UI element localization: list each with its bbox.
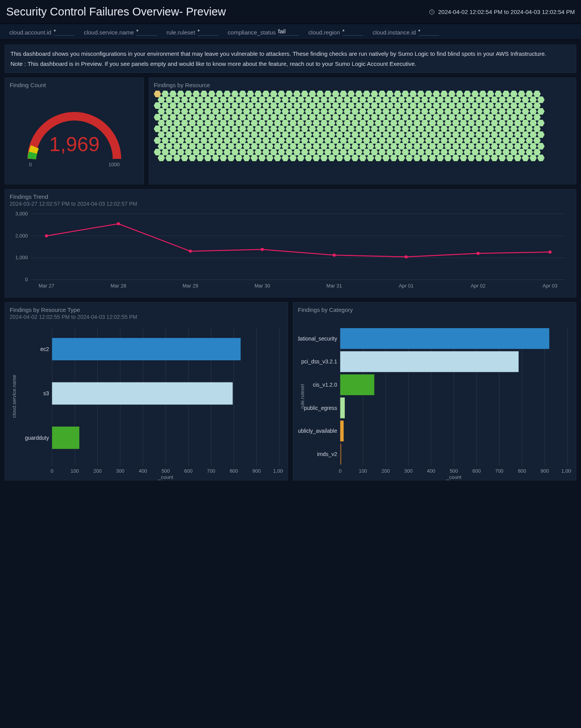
honeycomb-cell[interactable]: [537, 155, 545, 161]
filter-value[interactable]: *: [136, 28, 157, 36]
honeycomb-cell[interactable]: [468, 155, 475, 161]
honeycomb-cell[interactable]: [475, 155, 483, 161]
bar[interactable]: [52, 427, 79, 449]
filter-cloud-region[interactable]: cloud.region*: [308, 28, 363, 36]
honeycomb-cell[interactable]: [514, 155, 521, 161]
svg-text:cloud.service.name: cloud.service.name: [11, 375, 17, 418]
svg-text:700: 700: [207, 468, 215, 474]
filter-value[interactable]: *: [342, 28, 363, 36]
filter-value[interactable]: *: [53, 28, 74, 36]
panel-title: Findings by Category: [298, 306, 571, 313]
svg-text:800: 800: [518, 468, 526, 474]
honeycomb-cell[interactable]: [421, 155, 428, 161]
honeycomb-cell[interactable]: [491, 155, 498, 161]
filter-cloud-service-name[interactable]: cloud.service.name*: [84, 28, 157, 36]
honeycomb-cell[interactable]: [375, 155, 382, 161]
bar[interactable]: [52, 338, 241, 360]
svg-text:1,000: 1,000: [15, 255, 28, 260]
honeycomb-cell[interactable]: [398, 155, 405, 161]
panel-title: Finding Count: [10, 82, 139, 88]
bar[interactable]: [340, 398, 345, 418]
honeycomb-cell[interactable]: [181, 155, 188, 161]
honeycomb-cell[interactable]: [227, 155, 235, 161]
honeycomb-cell[interactable]: [251, 155, 258, 161]
honeycomb-cell[interactable]: [235, 155, 242, 161]
svg-point-13: [333, 254, 336, 257]
honeycomb-cell[interactable]: [406, 155, 413, 161]
honeycomb-cell[interactable]: [452, 155, 459, 161]
honeycomb-cell[interactable]: [173, 155, 180, 161]
honeycomb-cell[interactable]: [266, 155, 273, 161]
honeycomb-cell[interactable]: [344, 155, 351, 161]
svg-point-10: [117, 222, 120, 225]
svg-text:500: 500: [162, 468, 170, 474]
bar[interactable]: [340, 328, 549, 349]
honeycomb-cell[interactable]: [336, 155, 343, 161]
honeycomb-cell[interactable]: [351, 155, 359, 161]
honeycomb-cell[interactable]: [390, 155, 397, 161]
svg-text:Apr 03: Apr 03: [543, 283, 557, 289]
honeycomb-cell[interactable]: [522, 155, 529, 161]
honeycomb-cell[interactable]: [165, 155, 173, 161]
honeycomb-cell[interactable]: [313, 155, 320, 161]
honeycomb-cell[interactable]: [220, 155, 227, 161]
description-line: This dashboard shows you misconfiguratio…: [10, 49, 571, 59]
honeycomb-cell[interactable]: [282, 155, 289, 161]
honeycomb-cell[interactable]: [258, 155, 266, 161]
honeycomb-cell[interactable]: [382, 155, 390, 161]
filter-cloud-account-id[interactable]: cloud.account.id*: [9, 28, 74, 36]
filter-cloud-instance-id[interactable]: cloud.instance.id*: [373, 28, 439, 36]
honeycomb-cell[interactable]: [212, 155, 219, 161]
svg-text:Mar 29: Mar 29: [182, 283, 198, 289]
bar[interactable]: [52, 382, 232, 405]
bar[interactable]: [340, 351, 519, 372]
filter-compliance-status[interactable]: compliance_statusfail: [228, 28, 299, 36]
filter-value[interactable]: fail: [278, 28, 299, 36]
honeycomb-cell[interactable]: [289, 155, 297, 161]
honeycomb-cell[interactable]: [483, 155, 490, 161]
bar[interactable]: [340, 444, 341, 465]
gauge-tick-min: 0: [29, 162, 32, 167]
honeycomb-cell[interactable]: [243, 155, 250, 161]
honeycomb-cell[interactable]: [359, 155, 366, 161]
honeycomb-cell[interactable]: [320, 155, 328, 161]
filter-label: cloud.account.id: [9, 29, 51, 36]
svg-text:1,000: 1,000: [561, 468, 571, 474]
honeycomb-cell[interactable]: [498, 155, 506, 161]
honeycomb-cell[interactable]: [189, 155, 196, 161]
svg-text:_count: _count: [158, 474, 173, 480]
honeycomb-chart: [154, 91, 571, 160]
honeycomb-cell[interactable]: [196, 155, 204, 161]
svg-text:guardduty: guardduty: [25, 435, 49, 441]
honeycomb-cell[interactable]: [305, 155, 312, 161]
svg-text:300: 300: [116, 468, 125, 474]
panel-findings-by-category: Findings by Category 0100200300400500600…: [293, 302, 576, 480]
svg-text:Mar 28: Mar 28: [110, 283, 126, 289]
filter-rule-ruleset[interactable]: rule.ruleset*: [167, 28, 218, 36]
svg-point-9: [45, 234, 48, 238]
bar[interactable]: [340, 421, 344, 442]
page-title: Security Control Failures Overview- Prev…: [6, 5, 226, 18]
honeycomb-cell[interactable]: [429, 155, 436, 161]
honeycomb-cell[interactable]: [367, 155, 374, 161]
bar[interactable]: [340, 374, 374, 395]
svg-text:100: 100: [70, 468, 79, 474]
filter-bar: cloud.account.id*cloud.service.name*rule…: [0, 24, 581, 40]
honeycomb-cell[interactable]: [506, 155, 514, 161]
time-range-picker[interactable]: 2024-04-02 12:02:54 PM to 2024-04-03 12:…: [429, 9, 575, 15]
honeycomb-cell[interactable]: [437, 155, 444, 161]
svg-text:Mar 31: Mar 31: [327, 283, 342, 289]
honeycomb-cell[interactable]: [460, 155, 467, 161]
svg-point-14: [405, 255, 408, 258]
honeycomb-cell[interactable]: [413, 155, 421, 161]
honeycomb-cell[interactable]: [204, 155, 211, 161]
filter-value[interactable]: *: [418, 28, 439, 36]
panel-subtitle: 2024-03-27 12:02:57 PM to 2024-04-03 12:…: [10, 201, 571, 207]
honeycomb-cell[interactable]: [158, 155, 165, 161]
honeycomb-cell[interactable]: [529, 155, 537, 161]
honeycomb-cell[interactable]: [274, 155, 281, 161]
honeycomb-cell[interactable]: [444, 155, 452, 161]
honeycomb-cell[interactable]: [328, 155, 335, 161]
filter-value[interactable]: *: [198, 28, 218, 36]
honeycomb-cell[interactable]: [297, 155, 304, 161]
